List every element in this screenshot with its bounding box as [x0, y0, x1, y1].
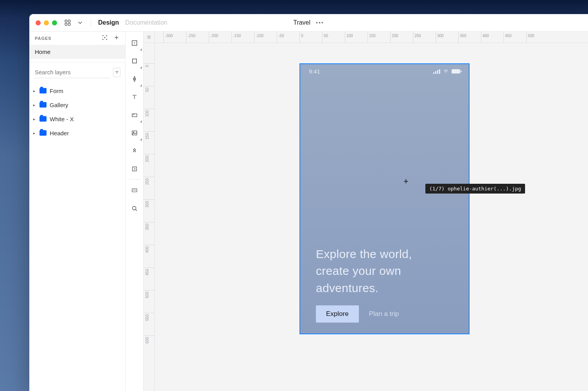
layer-white-x[interactable]: ▸White - X [29, 112, 125, 126]
minimize-window-btn[interactable] [44, 20, 49, 25]
page-home[interactable]: Home [29, 45, 125, 59]
canvas[interactable]: 9:41 Explore the world, create your own … [155, 43, 588, 391]
svg-rect-20 [132, 167, 136, 171]
maximize-window-btn[interactable] [52, 20, 57, 25]
layer-tree: ▸Form ▸Gallery ▸White - X ▸Header [29, 81, 125, 142]
layer-label: White - X [50, 116, 74, 122]
svg-rect-12 [132, 59, 136, 63]
tool-rectangle[interactable] [125, 52, 143, 70]
svg-rect-27 [433, 72, 434, 74]
folder-icon [39, 88, 47, 93]
filter-button[interactable] [113, 68, 120, 77]
svg-rect-0 [65, 20, 67, 22]
pages-header: PAGES [29, 32, 125, 45]
folder-icon [39, 116, 47, 122]
svg-rect-33 [461, 70, 462, 72]
caret-icon: ▸ [33, 103, 36, 107]
tab-documentation[interactable]: Documentation [125, 19, 167, 26]
pages-label: PAGES [35, 36, 52, 41]
ruler-vertical[interactable]: 050100150200250300350400450500550600 [143, 43, 155, 391]
svg-rect-30 [439, 69, 440, 74]
drag-tooltip: (1/7) ophelie-authier(...).jpg [425, 184, 525, 194]
hero-headline: Explore the world, create your own adven… [316, 246, 453, 297]
sidebar: PAGES Home ▸Form ▸Gallery ▸White - X ▸He… [29, 32, 125, 391]
explore-button[interactable]: Explore [316, 305, 359, 323]
divider [91, 18, 91, 27]
artboard-phone[interactable]: 9:41 Explore the world, create your own … [299, 63, 470, 334]
svg-rect-2 [65, 23, 67, 25]
svg-rect-3 [68, 23, 70, 25]
layer-label: Form [50, 88, 63, 94]
svg-rect-1 [68, 20, 70, 22]
folder-icon [39, 130, 47, 136]
chevron-down-icon [77, 19, 84, 26]
caret-icon: ▸ [33, 117, 36, 121]
layer-gallery[interactable]: ▸Gallery [29, 98, 125, 112]
crosshair-cursor: + [403, 177, 409, 186]
wifi-icon [443, 69, 449, 74]
svg-line-24 [136, 210, 137, 211]
hero-line: Explore the world, [316, 246, 453, 263]
app-window: Design Documentation Travel ••• PAGES Ho… [29, 14, 588, 391]
tool-frame[interactable]: T [125, 34, 143, 52]
mode-tabs: Design Documentation [98, 19, 167, 26]
tool-slice[interactable] [125, 106, 143, 124]
svg-text:T: T [133, 41, 135, 45]
layer-form[interactable]: ▸Form [29, 84, 125, 98]
canvas-area[interactable]: T -300-250-200-150-100-50050100150200250… [143, 32, 588, 391]
tool-comment[interactable] [125, 181, 143, 199]
ruler-horizontal[interactable]: -300-250-200-150-100-5005010015020025030… [155, 32, 588, 43]
tab-design[interactable]: Design [98, 19, 119, 26]
tool-text[interactable] [125, 88, 143, 106]
status-time: 9:41 [309, 68, 320, 75]
svg-point-31 [446, 73, 446, 73]
add-page-button[interactable] [113, 34, 120, 42]
tool-image[interactable] [125, 124, 143, 142]
folder-icon [39, 102, 47, 108]
svg-rect-17 [133, 115, 134, 115]
svg-rect-29 [437, 70, 438, 74]
tool-search[interactable] [125, 199, 143, 217]
title-text: Travel [293, 19, 310, 26]
target-icon[interactable] [102, 34, 108, 42]
more-menu-button[interactable]: ••• [316, 20, 324, 26]
tool-hotspot[interactable] [125, 160, 143, 178]
titlebar: Design Documentation Travel ••• [29, 14, 588, 32]
layer-label: Header [50, 130, 69, 136]
layer-label: Gallery [50, 102, 68, 108]
ruler-origin[interactable]: T [143, 32, 155, 43]
main: PAGES Home ▸Form ▸Gallery ▸White - X ▸He… [29, 32, 588, 391]
hero-line: adventures. [316, 280, 453, 297]
battery-icon [452, 69, 462, 74]
svg-rect-32 [452, 69, 460, 74]
plan-trip-button[interactable]: Plan a trip [369, 310, 399, 318]
svg-text:T: T [149, 36, 150, 38]
svg-point-13 [134, 79, 135, 80]
traffic-lights [36, 20, 57, 25]
close-window-btn[interactable] [36, 20, 41, 25]
search-layers-input[interactable] [34, 66, 110, 78]
layer-header[interactable]: ▸Header [29, 126, 125, 140]
apps-grid-button[interactable] [64, 19, 84, 26]
document-title: Travel ••• [293, 19, 324, 26]
tool-strip: T [125, 32, 143, 391]
svg-point-4 [104, 37, 105, 38]
tool-component[interactable] [125, 142, 143, 160]
svg-rect-16 [132, 114, 137, 117]
hero-line: create your own [316, 262, 453, 280]
svg-rect-28 [435, 71, 436, 74]
signal-icon [433, 69, 440, 74]
caret-icon: ▸ [33, 131, 36, 135]
tool-pen[interactable] [125, 70, 143, 88]
phone-statusbar: 9:41 [300, 64, 469, 75]
svg-point-23 [132, 206, 136, 210]
caret-icon: ▸ [33, 89, 36, 93]
